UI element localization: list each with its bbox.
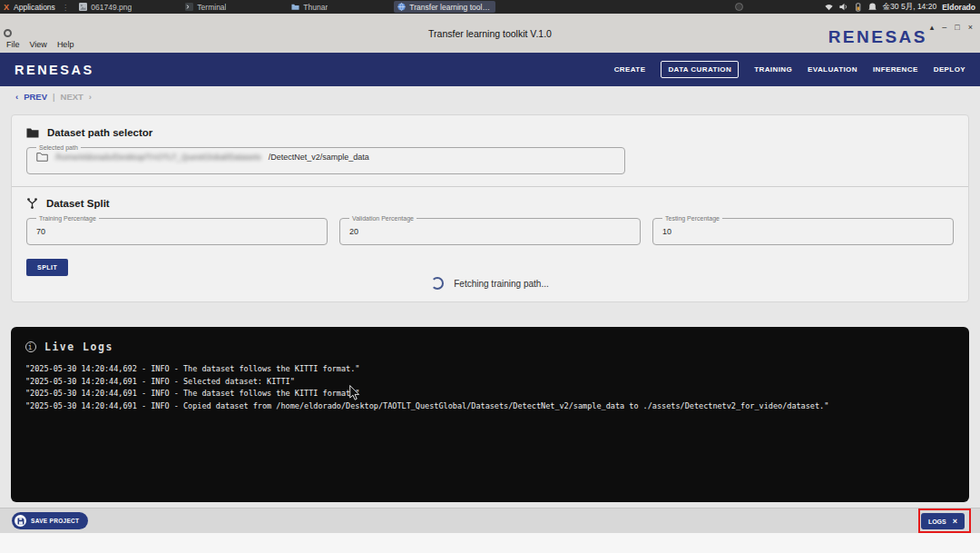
log-line: "2025-05-30 14:20:44,692 - INFO - The da… xyxy=(25,363,955,376)
redacted-path-prefix: /home/eldorado/Desktop/TAOTLT_QuestGloba… xyxy=(55,153,261,162)
logs-button-label: LOGS xyxy=(928,518,946,525)
prev-button[interactable]: PREV xyxy=(24,92,47,102)
folder-icon xyxy=(26,127,39,138)
next-chevron-icon: › xyxy=(89,92,92,102)
nav-deploy[interactable]: DEPLOY xyxy=(934,65,965,74)
window-titlebar: Transfer learning toolkit V.1.0 ▴ – □ × … xyxy=(0,14,980,53)
selected-path-value: /home/eldorado/Desktop/TAOTLT_QuestGloba… xyxy=(36,152,615,162)
split-fields-row: Training Percentage Validation Percentag… xyxy=(26,215,954,245)
desktop-taskbar: X Applications ⋮ 061749.png Terminal Thu… xyxy=(0,0,980,14)
logs-toggle-button[interactable]: LOGS × xyxy=(921,513,965,529)
prev-chevron-icon: ‹ xyxy=(15,92,18,102)
next-button[interactable]: NEXT xyxy=(61,92,83,102)
pager-separator: | xyxy=(53,92,54,102)
menubar: File View Help xyxy=(6,40,74,49)
user-menu[interactable]: Eldorado xyxy=(942,3,975,12)
image-icon xyxy=(79,3,87,11)
taskbar-window-label: Terminal xyxy=(197,3,226,12)
testing-percentage-label: Testing Percentage xyxy=(662,215,722,222)
screen: X Applications ⋮ 061749.png Terminal Thu… xyxy=(0,0,980,553)
live-logs-header: i Live Logs xyxy=(25,341,955,353)
main-content: ‹ PREV | NEXT › Dataset path selector Se… xyxy=(0,86,980,508)
tray-expander[interactable] xyxy=(735,3,743,11)
nav-evaluation[interactable]: EVALUATION xyxy=(808,65,858,74)
toolkit-icon xyxy=(397,3,406,11)
nav-data-curation[interactable]: DATA CURATION xyxy=(661,61,739,78)
folder-outline-icon xyxy=(36,152,48,162)
taskbar-window-label: 061749.png xyxy=(91,3,132,12)
split-icon xyxy=(26,197,38,209)
selected-path-field[interactable]: Selected path /home/eldorado/Desktop/TAO… xyxy=(26,144,625,174)
log-line: "2025-05-30 14:20:44,691 - INFO - The da… xyxy=(25,388,955,400)
menu-file[interactable]: File xyxy=(6,40,20,49)
selected-path-label: Selected path xyxy=(36,144,81,151)
log-lines: "2025-05-30 14:20:44,692 - INFO - The da… xyxy=(25,363,955,412)
applications-menu[interactable]: Applications xyxy=(14,3,55,12)
taskbar-left: X Applications ⋮ 061749.png Terminal Thu… xyxy=(0,1,824,13)
testing-percentage-field[interactable]: Testing Percentage xyxy=(652,215,954,245)
info-icon: i xyxy=(25,341,36,352)
dataset-card: Dataset path selector Selected path /hom… xyxy=(11,114,969,302)
nav-inference[interactable]: INFERENCE xyxy=(873,65,918,74)
mouse-cursor xyxy=(349,385,360,400)
testing-percentage-input[interactable] xyxy=(662,227,944,236)
renesas-logo: RENESAS xyxy=(828,27,927,47)
desktop-bottom-strip xyxy=(0,534,980,553)
nav-create[interactable]: CREATE xyxy=(614,65,646,74)
validation-percentage-label: Validation Percentage xyxy=(349,215,416,222)
panel-separator-icon: ⋮ xyxy=(62,3,70,12)
spinner-icon xyxy=(431,277,444,290)
loading-text: Fetching training path... xyxy=(454,279,549,289)
taskbar-window-terminal[interactable]: Terminal xyxy=(181,1,283,13)
validation-percentage-field[interactable]: Validation Percentage xyxy=(339,215,641,245)
maximize-icon[interactable]: □ xyxy=(955,24,959,32)
dataset-split-section-title: Dataset Split xyxy=(26,197,954,209)
app-header: RENESAS CREATE DATA CURATION TRAINING EV… xyxy=(0,53,980,86)
save-icon xyxy=(15,515,26,527)
renesas-logo-header: RENESAS xyxy=(15,63,94,77)
validation-percentage-input[interactable] xyxy=(349,227,631,236)
xorg-logo-icon: X xyxy=(4,3,9,12)
log-line: "2025-05-30 14:20:44,691 - INFO - Select… xyxy=(25,376,955,389)
section-title-text: Dataset path selector xyxy=(47,127,152,138)
taskbar-window-label: Thunar xyxy=(303,3,328,12)
save-project-label: SAVE PROJECT xyxy=(31,518,79,524)
notifications-icon[interactable] xyxy=(867,2,877,12)
training-percentage-input[interactable] xyxy=(36,227,318,236)
section-title-text: Dataset Split xyxy=(46,198,110,209)
close-icon: × xyxy=(953,517,957,526)
panel-clock[interactable]: 金30 5月, 14:20 xyxy=(883,2,937,13)
training-percentage-field[interactable]: Training Percentage xyxy=(26,215,328,245)
nav-training[interactable]: TRAINING xyxy=(754,65,792,74)
pager: ‹ PREV | NEXT › xyxy=(15,92,92,102)
save-project-button[interactable]: SAVE PROJECT xyxy=(12,512,88,529)
wifi-icon[interactable] xyxy=(824,2,834,12)
footer-bar: SAVE PROJECT LOGS × xyxy=(0,508,980,533)
section-divider xyxy=(12,186,968,187)
taskbar-window-image[interactable]: 061749.png xyxy=(75,1,177,13)
live-logs-title: Live Logs xyxy=(44,341,113,353)
window-controls: ▴ – □ × xyxy=(930,24,973,32)
split-button[interactable]: SPLIT xyxy=(26,259,68,276)
close-icon[interactable]: × xyxy=(968,24,973,32)
taskbar-window-thunar[interactable]: Thunar xyxy=(288,1,389,13)
live-logs-panel: i Live Logs "2025-05-30 14:20:44,692 - I… xyxy=(11,327,969,502)
app-nav: CREATE DATA CURATION TRAINING EVALUATION… xyxy=(614,61,965,78)
taskbar-right: 金30 5月, 14:20 Eldorado xyxy=(824,2,980,13)
system-tray xyxy=(824,2,877,12)
terminal-icon xyxy=(185,3,193,11)
battery-icon[interactable] xyxy=(853,2,863,12)
training-percentage-label: Training Percentage xyxy=(36,215,99,222)
loading-status: Fetching training path... xyxy=(26,272,954,294)
log-line: "2025-05-30 14:20:44,691 - INFO - Copied… xyxy=(25,400,955,413)
menu-help[interactable]: Help xyxy=(57,40,74,49)
dataset-path-section-title: Dataset path selector xyxy=(26,127,954,138)
menu-view[interactable]: View xyxy=(30,40,47,49)
file-manager-icon xyxy=(291,3,299,11)
minimize-icon[interactable]: – xyxy=(942,24,946,32)
shade-icon[interactable]: ▴ xyxy=(930,24,935,32)
visible-path-suffix: /DetectNet_v2/sample_data xyxy=(269,153,369,162)
volume-icon[interactable] xyxy=(838,2,848,12)
taskbar-window-label: Transfer learning toolkit... xyxy=(409,3,492,12)
taskbar-window-toolkit[interactable]: Transfer learning toolkit... xyxy=(394,1,495,13)
